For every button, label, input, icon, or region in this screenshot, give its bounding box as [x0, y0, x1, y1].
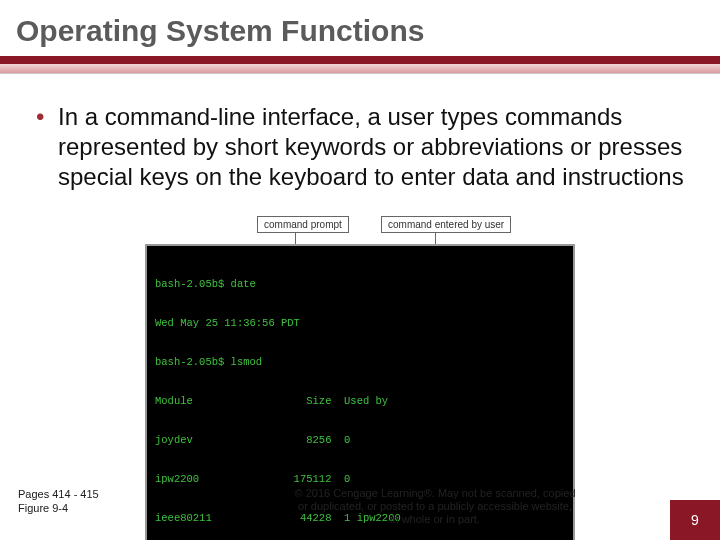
footer-figure-ref: Figure 9-4 [18, 501, 150, 515]
copyright-line: in whole or in part. [190, 513, 680, 526]
bullet-text: In a command-line interface, a user type… [58, 102, 684, 192]
callout-command-prompt-top: command prompt [257, 216, 349, 233]
copyright-line: or duplicated, or posted to a publicly a… [190, 500, 680, 513]
slide-body: • In a command-line interface, a user ty… [0, 74, 720, 540]
terminal-line: Module Size Used by [155, 395, 565, 408]
slide-title: Operating System Functions [0, 0, 720, 56]
terminal-line: joydev 8256 0 [155, 434, 565, 447]
accent-bar-light [0, 64, 720, 74]
accent-bar-dark [0, 56, 720, 64]
terminal-line: bash-2.05b$ date [155, 278, 565, 291]
footer-left: Pages 414 - 415 Figure 9-4 [0, 487, 150, 526]
copyright-line: © 2016 Cengage Learning®. May not be sca… [190, 487, 680, 500]
slide-number-badge: 9 [670, 500, 720, 540]
footer-pages: Pages 414 - 415 [18, 487, 150, 501]
terminal-line: ipw2200 175112 0 [155, 473, 565, 486]
bullet-marker: • [36, 102, 58, 192]
callouts-top: command prompt command entered by user [145, 208, 575, 244]
callout-command-entered: command entered by user [381, 216, 511, 233]
pointer-line [295, 232, 296, 244]
bullet-item: • In a command-line interface, a user ty… [36, 102, 684, 192]
slide-footer: Pages 414 - 415 Figure 9-4 © 2016 Cengag… [0, 487, 720, 526]
terminal-line: bash-2.05b$ lsmod [155, 356, 565, 369]
terminal-line: Wed May 25 11:36:56 PDT [155, 317, 565, 330]
pointer-line [435, 232, 436, 244]
footer-copyright: © 2016 Cengage Learning®. May not be sca… [150, 487, 720, 526]
